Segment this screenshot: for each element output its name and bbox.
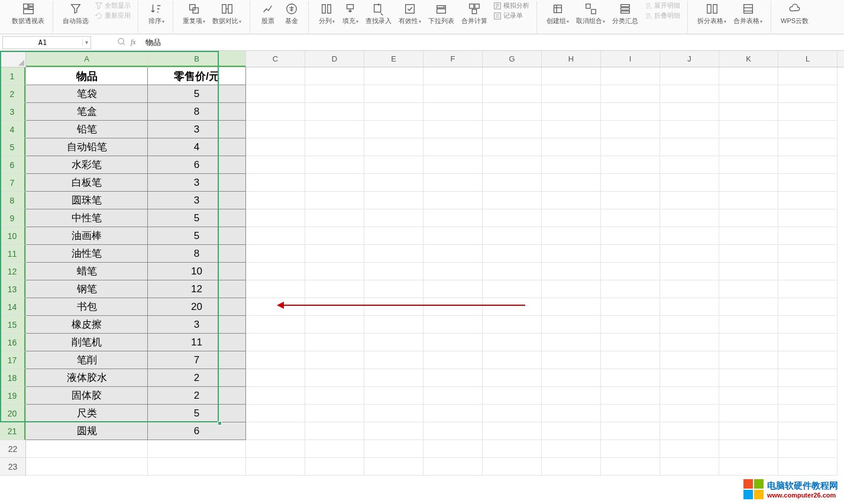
cell-F6[interactable] xyxy=(423,156,483,174)
cell-I19[interactable] xyxy=(601,387,660,405)
row-header-14[interactable]: 14 xyxy=(0,298,25,316)
cell-K15[interactable] xyxy=(719,316,778,334)
cell-C3[interactable] xyxy=(246,103,305,121)
cell-A16[interactable]: 削笔机 xyxy=(26,334,148,351)
cell-K8[interactable] xyxy=(719,192,778,209)
cell-H18[interactable] xyxy=(542,369,601,387)
cell-D14[interactable] xyxy=(305,298,364,316)
cell-B14[interactable]: 20 xyxy=(148,298,246,316)
cell-I3[interactable] xyxy=(601,103,660,121)
cell-I22[interactable] xyxy=(601,440,660,458)
cell-B11[interactable]: 8 xyxy=(148,245,246,263)
cell-D21[interactable] xyxy=(305,422,364,440)
cell-J2[interactable] xyxy=(660,85,719,103)
cell-F8[interactable] xyxy=(423,192,483,209)
cell-I11[interactable] xyxy=(601,245,660,263)
cell-E10[interactable] xyxy=(364,227,423,245)
cell-H13[interactable] xyxy=(542,280,601,298)
cell-D8[interactable] xyxy=(305,192,364,209)
cell-C6[interactable] xyxy=(246,156,305,174)
row-header-3[interactable]: 3 xyxy=(0,103,25,121)
cell-K17[interactable] xyxy=(719,351,778,369)
row-header-18[interactable]: 18 xyxy=(0,369,25,387)
cell-K20[interactable] xyxy=(719,405,778,422)
cell-D12[interactable] xyxy=(305,263,364,280)
cell-C20[interactable] xyxy=(246,405,305,422)
text-to-columns-button[interactable]: 分列 xyxy=(315,1,338,27)
cell-F5[interactable] xyxy=(423,138,483,156)
cell-J3[interactable] xyxy=(660,103,719,121)
cell-D7[interactable] xyxy=(305,174,364,192)
row-header-1[interactable]: 1 xyxy=(0,67,25,85)
cell-K6[interactable] xyxy=(719,156,778,174)
cell-E11[interactable] xyxy=(364,245,423,263)
cell-H20[interactable] xyxy=(542,405,601,422)
cell-K11[interactable] xyxy=(719,245,778,263)
cell-E19[interactable] xyxy=(364,387,423,405)
cell-F1[interactable] xyxy=(423,67,483,85)
cell-F3[interactable] xyxy=(423,103,483,121)
cell-K12[interactable] xyxy=(719,263,778,280)
cell-A17[interactable]: 笔削 xyxy=(26,351,148,369)
cell-G21[interactable] xyxy=(483,422,542,440)
cell-F23[interactable] xyxy=(423,458,483,476)
cell-J12[interactable] xyxy=(660,263,719,280)
cell-G7[interactable] xyxy=(483,174,542,192)
cell-J15[interactable] xyxy=(660,316,719,334)
cell-C9[interactable] xyxy=(246,209,305,227)
cell-A2[interactable]: 笔袋 xyxy=(26,85,148,103)
cell-A4[interactable]: 铅笔 xyxy=(26,121,148,138)
cell-J21[interactable] xyxy=(660,422,719,440)
cell-G4[interactable] xyxy=(483,121,542,138)
cell-B3[interactable]: 8 xyxy=(148,103,246,121)
cell-D18[interactable] xyxy=(305,369,364,387)
cell-J16[interactable] xyxy=(660,334,719,351)
cell-G23[interactable] xyxy=(483,458,542,476)
column-headers[interactable]: ABCDEFGHIJKL xyxy=(26,51,844,67)
cell-B18[interactable]: 2 xyxy=(148,369,246,387)
cell-D13[interactable] xyxy=(305,280,364,298)
cell-E3[interactable] xyxy=(364,103,423,121)
cell-G14[interactable] xyxy=(483,298,542,316)
cell-C13[interactable] xyxy=(246,280,305,298)
column-header-G[interactable]: G xyxy=(483,51,542,67)
cell-B21[interactable]: 6 xyxy=(148,422,246,440)
cell-K7[interactable] xyxy=(719,174,778,192)
cell-H1[interactable] xyxy=(542,67,601,85)
column-header-H[interactable]: H xyxy=(542,51,601,67)
cell-B10[interactable]: 5 xyxy=(148,227,246,245)
cell-B6[interactable]: 6 xyxy=(148,156,246,174)
cell-K2[interactable] xyxy=(719,85,778,103)
cell-A15[interactable]: 橡皮擦 xyxy=(26,316,148,334)
cell-J17[interactable] xyxy=(660,351,719,369)
cell-G12[interactable] xyxy=(483,263,542,280)
cell-F19[interactable] xyxy=(423,387,483,405)
cell-J9[interactable] xyxy=(660,209,719,227)
cell-I13[interactable] xyxy=(601,280,660,298)
cell-E5[interactable] xyxy=(364,138,423,156)
row-header-15[interactable]: 15 xyxy=(0,316,25,334)
cell-C22[interactable] xyxy=(246,440,305,458)
cell-B23[interactable] xyxy=(148,458,246,476)
cell-G8[interactable] xyxy=(483,192,542,209)
cell-K18[interactable] xyxy=(719,369,778,387)
cell-H19[interactable] xyxy=(542,387,601,405)
cell-C19[interactable] xyxy=(246,387,305,405)
cell-E16[interactable] xyxy=(364,334,423,351)
consolidate-button[interactable]: 合并计算 xyxy=(458,1,491,27)
cell-C23[interactable] xyxy=(246,458,305,476)
cell-A7[interactable]: 白板笔 xyxy=(26,174,148,192)
cell-B4[interactable]: 3 xyxy=(148,121,246,138)
cell-A9[interactable]: 中性笔 xyxy=(26,209,148,227)
cell-E18[interactable] xyxy=(364,369,423,387)
cell-L14[interactable] xyxy=(778,298,837,316)
cell-I6[interactable] xyxy=(601,156,660,174)
cell-L7[interactable] xyxy=(778,174,837,192)
cell-B17[interactable]: 7 xyxy=(148,351,246,369)
cell-K5[interactable] xyxy=(719,138,778,156)
reapply-button[interactable]: 重新应用 xyxy=(95,11,131,20)
simulation-analysis-button[interactable]: 模拟分析 xyxy=(493,1,529,10)
cell-D3[interactable] xyxy=(305,103,364,121)
cell-C7[interactable] xyxy=(246,174,305,192)
cell-D15[interactable] xyxy=(305,316,364,334)
